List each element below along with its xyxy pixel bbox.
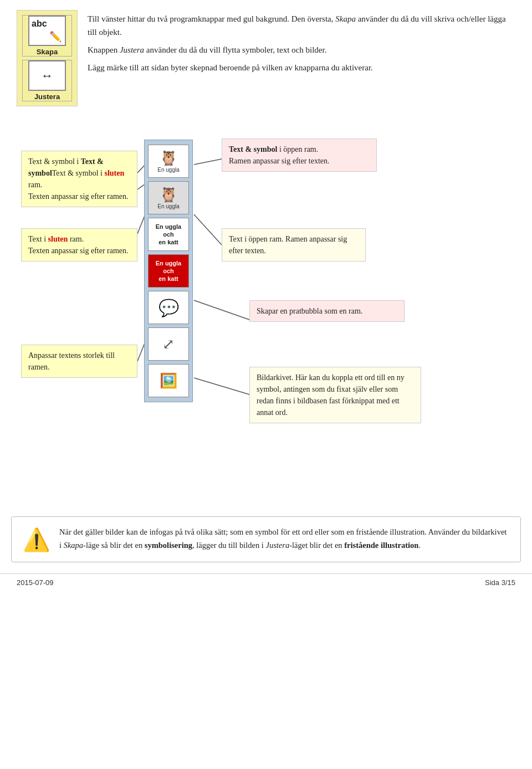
top-para1: Till vänster hittar du två programknappa… (88, 12, 510, 39)
callout-text-symbol-sluten: Text & symbol i Text & symbolText & symb… (21, 151, 137, 207)
justera-label: Justera (34, 93, 60, 101)
skapa-cursor-icon: ✏️ (49, 30, 62, 43)
owl-open-label: En uggla (157, 167, 179, 173)
svg-line-4 (194, 214, 222, 245)
footer: 2015-07-09 Sida 3/15 (0, 573, 532, 591)
callout4-text: Text i öppen ram. Ramen anpassar sig eft… (229, 235, 347, 255)
toolbar-strip: 🦉 En uggla 🦉 En uggla En uggla och en ka… (144, 140, 193, 402)
callout5-text: Skapar en pratbubbla som en ram. (257, 307, 362, 315)
strip-item-resize[interactable]: ⤢ (148, 327, 189, 361)
skapa-icon: abc ✏️ (28, 16, 66, 46)
top-para3: Lägg märke till att sidan byter skepnad … (88, 61, 510, 74)
callout-text-symbol-oppen: Text & symbol i öppen ram.Ramen anpassar… (222, 139, 377, 172)
svg-line-5 (194, 300, 249, 320)
middle-section: Text & symbol i Text & symbolText & symb… (11, 123, 521, 483)
callout6-text: Anpassar textens storlek till ramen. (28, 351, 115, 371)
strip-item-speech-bubble[interactable]: 💬 (148, 291, 189, 324)
owl-open-icon: 🦉 (160, 150, 177, 167)
footer-date: 2015-07-09 (17, 578, 54, 587)
warning-text: När det gäller bilder kan de infogas på … (59, 526, 509, 552)
strip-item-owl-open[interactable]: 🦉 En uggla (148, 145, 189, 178)
top-description: Till vänster hittar du två programknappa… (88, 10, 510, 106)
strip-item-text-closed[interactable]: En uggla och en katt (148, 254, 189, 288)
image-archive-icon: 🖼️ (160, 372, 177, 389)
toolbar-box: abc ✏️ Skapa ↔️ Justera (17, 10, 78, 106)
skapa-abc-text: abc (32, 19, 47, 29)
footer-page: Sida 3/15 (485, 578, 515, 587)
text-closed-content: En uggla och en katt (156, 259, 181, 283)
text-open-content: En uggla och en katt (156, 223, 181, 247)
speech-bubble-icon: 💬 (158, 298, 179, 317)
strip-item-image-archive[interactable]: 🖼️ (148, 364, 189, 397)
warning-box: ⚠️ När det gäller bilder kan de infogas … (11, 516, 521, 562)
owl-closed-label: En uggla (157, 203, 179, 209)
callout1-text: Text & symbol i Text & symbolText & symb… (28, 157, 129, 201)
top-section: abc ✏️ Skapa ↔️ Justera Till vänster hit… (0, 0, 532, 112)
strip-item-text-open[interactable]: En uggla och en katt (148, 218, 189, 251)
top-para2: Knappen Justera använder du då du vill f… (88, 43, 510, 57)
callout-text-sluten: Text i sluten ram. Texten anpassar sig e… (21, 228, 137, 262)
warning-icon: ⚠️ (23, 527, 50, 553)
owl-closed-icon: 🦉 (160, 186, 177, 203)
callout-text-oppen: Text i öppen ram. Ramen anpassar sig eft… (222, 228, 366, 262)
warning-body: När det gäller bilder kan de infogas på … (59, 527, 507, 550)
svg-line-3 (194, 159, 222, 165)
skapa-button[interactable]: abc ✏️ Skapa (22, 15, 72, 57)
justera-button[interactable]: ↔️ Justera (22, 60, 72, 101)
callout-anpassar: Anpassar textens storlek till ramen. (21, 345, 137, 378)
strip-item-owl-closed[interactable]: 🦉 En uggla (148, 181, 189, 214)
justera-icon: ↔️ (28, 60, 66, 91)
svg-line-7 (194, 378, 249, 394)
callout-pratbubbla: Skapar en pratbubbla som en ram. (249, 300, 405, 322)
resize-icon: ⤢ (162, 336, 175, 353)
callout7-text: Bildarkivet. Här kan du koppla ett ord t… (257, 373, 405, 417)
callout3-text: Text & symbol i öppen ram.Ramen anpassar… (229, 145, 330, 165)
skapa-label: Skapa (37, 48, 58, 56)
callout-bildarkivet: Bildarkivet. Här kan du koppla ett ord t… (249, 367, 421, 423)
callout2-text: Text i sluten ram. Texten anpassar sig e… (28, 235, 129, 255)
